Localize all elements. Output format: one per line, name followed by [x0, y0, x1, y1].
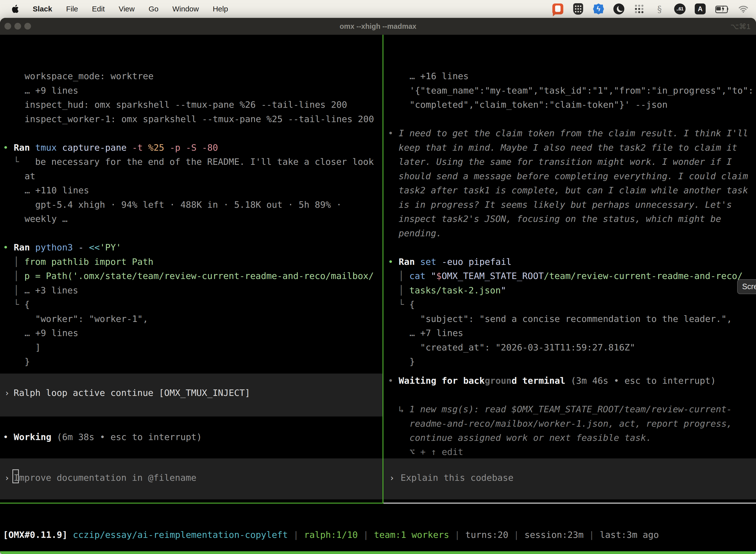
window-shortcut-badge: ⌥⌘1	[731, 18, 751, 35]
terminal-line: "created_at": "2026-03-31T11:59:27.816Z"	[420, 341, 635, 354]
terminal-line: • Working (6m 38s • esc to interrupt)	[3, 431, 202, 443]
terminal-line: gpt-5.4 xhigh · 94% left · 488K in · 5.1…	[35, 199, 341, 211]
terminal-line: • Ran tmux capture-pane -t %25 -p -S -80	[3, 142, 218, 154]
terminal-line: … +110 lines	[24, 184, 89, 197]
omx-hud-status-line: [OMX#0.11.9] cczip/essay/ai-reimplementa…	[3, 529, 659, 541]
a-key-icon[interactable]: A	[694, 3, 706, 15]
tmux-pane-hud[interactable]: … +16 lines'{"team_name":"my-team","task…	[383, 35, 756, 503]
terminal-line: workspace_mode: worktree	[24, 70, 153, 82]
desktop: Slack File Edit View Go Window Help ϟ § …	[0, 0, 756, 554]
composer-input-left[interactable]: › Improve documentation in @filename	[0, 458, 382, 499]
queued-prompt-chevron: ›	[4, 387, 9, 399]
battery-percent-badge[interactable]: ..61	[674, 3, 686, 15]
terminal-line: └ {	[14, 298, 30, 311]
menu-bar: Slack File Edit View Go Window Help ϟ § …	[0, 0, 756, 18]
terminal-line: task2 after task1 is complete, but can I…	[398, 184, 748, 197]
terminal-line: • Waiting for background terminal (3m 46…	[388, 375, 716, 387]
terminal-window: omx --xhigh --madmax ⌥⌘1 workspace_mode:…	[0, 18, 756, 554]
terminal-line: • Ran set -euo pipefail	[388, 256, 512, 268]
composer-placeholder: Improve documentation in @filename	[14, 472, 196, 484]
menu-bar-status-icons: ϟ § ..61 A	[552, 3, 756, 15]
terminal-content: workspace_mode: worktree… +9 linesinspec…	[0, 35, 756, 554]
agent-status-right: gpt-5.4 xhigh · 94% left · 488K in · 5.1…	[398, 501, 753, 503]
terminal-line: "worker": "worker-1",	[35, 313, 148, 325]
spark-icon[interactable]: ϟ	[593, 3, 604, 15]
tmux-pane-border-active	[0, 503, 382, 504]
menu-view[interactable]: View	[119, 5, 134, 13]
menu-window[interactable]: Window	[172, 5, 199, 13]
composer-input-right[interactable]: › Explain this codebase	[383, 458, 756, 499]
terminal-line: │ from pathlib import Path	[14, 256, 153, 268]
tmux-status-bar: [omx-cczip0:bash* "MacBook-Pro-44.local"…	[0, 551, 756, 554]
screenshot-app-icon[interactable]	[552, 3, 564, 15]
section-squiggle-icon[interactable]: §	[654, 3, 665, 15]
terminal-line: … +7 lines	[410, 327, 463, 339]
terminal-line: • Ran python3 - <<'PY'	[3, 241, 121, 254]
menu-go[interactable]: Go	[148, 5, 159, 13]
terminal-line: • I need to get the claim token from the…	[388, 127, 748, 140]
terminal-line: ⌥ + ↑ edit	[410, 446, 463, 458]
terminal-line: pending.	[398, 227, 441, 239]
terminal-line: continue assigned work or next feasible …	[410, 432, 651, 444]
terminal-line: │ … +3 lines	[14, 284, 78, 296]
menu-help[interactable]: Help	[213, 5, 228, 13]
terminal-line: │ cat "$OMX_TEAM_STATE_ROOT/team/review-…	[398, 270, 743, 282]
terminal-line: "subject": "send a concise recommendatio…	[420, 313, 732, 325]
terminal-line: readme-and-reco/mailbox/worker-1.json, a…	[410, 418, 732, 430]
terminal-line: '{"team_name":"my-team","task_id":"1","f…	[410, 85, 754, 97]
terminal-line: }	[410, 355, 415, 368]
agent-status-left: gpt-5.4 xhigh · essay/ai-reimplementatio…	[14, 501, 374, 503]
terminal-line: ↳ 1 new msg(s): read $OMX_TEAM_STATE_ROO…	[398, 403, 732, 416]
battery-icon[interactable]	[715, 3, 729, 15]
terminal-line: weekly …	[24, 213, 67, 225]
terminal-line: └ {	[398, 298, 415, 311]
keyboard-shield-icon[interactable]	[572, 3, 584, 15]
composer-prompt-chevron: ›	[4, 472, 9, 484]
terminal-line: … +9 lines	[24, 327, 78, 339]
terminal-line: inspect_hud: omx sparkshell --tmux-pane …	[24, 99, 347, 111]
tmux-pane-divider[interactable]	[382, 35, 383, 504]
composer-prompt-chevron: ›	[389, 472, 394, 484]
moon-icon[interactable]	[613, 3, 625, 15]
window-title-bar[interactable]: omx --xhigh --madmax ⌥⌘1	[0, 18, 756, 35]
active-app-menu[interactable]: Slack	[33, 5, 52, 13]
terminal-line: inspect_worker-1: omx sparkshell --tmux-…	[24, 113, 374, 125]
menu-edit[interactable]: Edit	[92, 5, 105, 13]
wifi-icon[interactable]	[738, 3, 749, 15]
queued-message-text: Ralph loop active continue [OMX_TMUX_INJ…	[14, 387, 250, 399]
screen-tooltip: Scre	[737, 279, 756, 294]
queued-message-band: › Ralph loop active continue [OMX_TMUX_I…	[0, 374, 382, 417]
terminal-line: ]	[35, 341, 41, 354]
terminal-line: }	[24, 355, 30, 368]
composer-placeholder: Explain this codebase	[400, 472, 513, 484]
terminal-line: later. Using the same for transition mig…	[398, 156, 732, 168]
terminal-line: inspect task2's JSON, focusing on the st…	[398, 213, 721, 225]
terminal-line: … +9 lines	[24, 85, 78, 97]
apple-menu-icon[interactable]	[11, 4, 19, 13]
window-title: omx --xhigh --madmax	[0, 18, 756, 35]
terminal-line: is in progress? It seems likely but perh…	[398, 199, 732, 211]
terminal-line: └ be necessary for the end of the README…	[14, 156, 374, 168]
tmux-pane-worker[interactable]: workspace_mode: worktree… +9 linesinspec…	[0, 35, 382, 503]
terminal-line: "completed","claim_token":"claim-token"}…	[410, 99, 668, 111]
dots-grid-icon[interactable]	[633, 3, 645, 15]
tmux-pane-border-inactive	[383, 503, 756, 504]
menu-file[interactable]: File	[66, 5, 78, 13]
terminal-line: … +16 lines	[410, 70, 468, 82]
terminal-line: │ tasks/task-2.json"	[398, 284, 506, 296]
terminal-line: at	[24, 170, 35, 182]
terminal-line: should send a message before completing …	[398, 170, 748, 182]
terminal-line: keep that in mind. Maybe I also need the…	[398, 142, 737, 154]
terminal-line: │ p = Path('.omx/state/team/review-curre…	[14, 270, 374, 282]
